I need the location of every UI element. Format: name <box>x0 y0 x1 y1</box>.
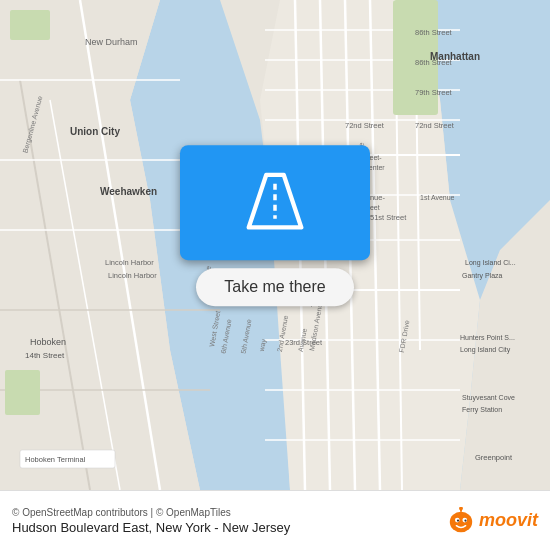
svg-text:51st Street: 51st Street <box>370 213 407 222</box>
popup-overlay: Take me there <box>180 145 370 306</box>
road-icon <box>240 166 310 240</box>
map-container: New Durham Union City Weehawken Hoboken … <box>0 0 550 490</box>
svg-text:New Durham: New Durham <box>85 37 138 47</box>
svg-text:Union City: Union City <box>70 126 120 137</box>
svg-text:Hunters Point S...: Hunters Point S... <box>460 334 515 341</box>
svg-point-84 <box>464 519 466 521</box>
svg-point-86 <box>459 507 463 510</box>
svg-text:1st Avenue: 1st Avenue <box>420 194 455 201</box>
bottom-info: © OpenStreetMap contributors | © OpenMap… <box>12 507 290 535</box>
moovit-text: moovit <box>479 510 538 531</box>
svg-text:Stuyvesant Cove: Stuyvesant Cove <box>462 394 515 402</box>
svg-text:86th Street: 86th Street <box>415 58 453 67</box>
svg-text:Hoboken: Hoboken <box>30 337 66 347</box>
svg-rect-31 <box>10 10 50 40</box>
svg-rect-32 <box>5 370 40 415</box>
svg-text:Greenpoint: Greenpoint <box>475 453 513 462</box>
copyright-text: © OpenStreetMap contributors | © OpenMap… <box>12 507 290 518</box>
svg-text:Ferry Station: Ferry Station <box>462 406 502 414</box>
svg-marker-78 <box>249 174 302 227</box>
svg-text:Weehawken: Weehawken <box>100 186 157 197</box>
svg-text:72nd Street: 72nd Street <box>345 121 385 130</box>
moovit-icon <box>447 507 475 535</box>
svg-text:Long Island Ci...: Long Island Ci... <box>465 259 516 267</box>
location-name: Hudson Boulevard East, New York - New Je… <box>12 520 290 535</box>
svg-text:86th Street: 86th Street <box>415 28 453 37</box>
svg-text:14th Street: 14th Street <box>25 351 65 360</box>
svg-text:Lincoln Harbor: Lincoln Harbor <box>108 271 157 280</box>
svg-text:Long Island City: Long Island City <box>460 346 511 354</box>
svg-point-80 <box>450 511 472 532</box>
moovit-logo: moovit <box>447 507 538 535</box>
popup-card <box>180 145 370 260</box>
svg-text:Gantry Plaza: Gantry Plaza <box>462 272 503 280</box>
svg-text:Hoboken Terminal: Hoboken Terminal <box>25 455 86 464</box>
bottom-bar: © OpenStreetMap contributors | © OpenMap… <box>0 490 550 550</box>
svg-text:79th Street: 79th Street <box>415 88 453 97</box>
take-me-there-button[interactable]: Take me there <box>196 268 353 306</box>
svg-text:Lincoln Harbor: Lincoln Harbor <box>105 258 154 267</box>
svg-text:72nd Street: 72nd Street <box>415 121 455 130</box>
svg-point-83 <box>457 519 459 521</box>
